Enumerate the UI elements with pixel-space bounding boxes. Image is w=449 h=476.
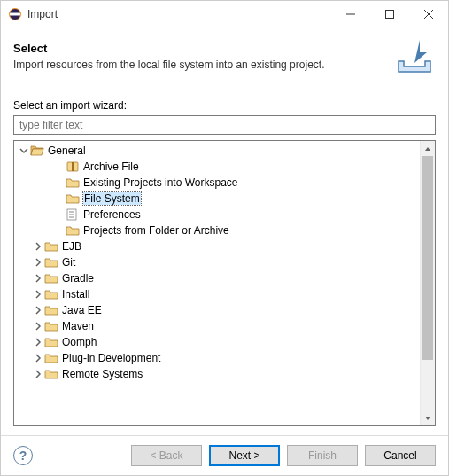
tree-container: General Archive File Existing Projects i… — [13, 140, 436, 426]
tree-node-gradle[interactable]: Gradle — [14, 270, 420, 286]
back-button[interactable]: < Back — [131, 445, 202, 466]
tree-label: Preferences — [83, 208, 141, 221]
tree-node-preferences[interactable]: Preferences — [14, 207, 420, 222]
tree-label: Plug-in Development — [62, 352, 160, 364]
scroll-down-icon[interactable] — [421, 410, 435, 425]
tree-node-existing-projects[interactable]: Existing Projects into Workspace — [14, 175, 420, 191]
cancel-button[interactable]: Cancel — [365, 445, 436, 466]
folder-icon — [44, 351, 58, 365]
content-area: Select an import wizard: General Archive… — [1, 90, 448, 435]
tree-label: EJB — [62, 240, 81, 253]
chevron-right-icon[interactable] — [32, 288, 44, 300]
folder-icon — [44, 255, 58, 269]
tree-node-ejb[interactable]: EJB — [14, 238, 420, 254]
chevron-right-icon[interactable] — [32, 240, 44, 253]
folder-icon — [66, 223, 80, 238]
tree-label: Remote Systems — [62, 368, 143, 380]
banner-description: Import resources from the local file sys… — [13, 59, 393, 71]
tree-label: File System — [83, 192, 141, 205]
button-bar: ? < Back Next > Finish Cancel — [1, 435, 448, 475]
folder-icon — [66, 176, 80, 190]
chevron-right-icon[interactable] — [32, 256, 44, 269]
tree-node-install[interactable]: Install — [14, 286, 420, 302]
folder-icon — [44, 239, 58, 254]
app-icon — [8, 7, 22, 21]
maximize-button[interactable] — [370, 1, 409, 27]
tree-label: Install — [62, 288, 89, 300]
folder-icon — [44, 367, 58, 381]
tree-label: Oomph — [62, 336, 97, 348]
tree-node-file-system[interactable]: File System — [14, 191, 420, 207]
banner: Select Import resources from the local f… — [1, 27, 448, 90]
archive-icon — [66, 160, 80, 174]
svg-rect-8 — [72, 162, 74, 171]
tree-label: Projects from Folder or Archive — [83, 224, 229, 237]
folder-icon — [44, 303, 58, 317]
chevron-right-icon[interactable] — [32, 272, 44, 285]
svg-rect-4 — [386, 11, 394, 19]
tree-label: Maven — [62, 320, 94, 332]
tree-node-maven[interactable]: Maven — [14, 318, 420, 334]
tree-node-remote-systems[interactable]: Remote Systems — [14, 366, 420, 382]
tree-node-javaee[interactable]: Java EE — [14, 302, 420, 318]
window-title: Import — [27, 8, 331, 20]
chevron-right-icon[interactable] — [32, 368, 44, 380]
chevron-down-icon[interactable] — [18, 144, 30, 157]
tree-node-general[interactable]: General — [14, 143, 420, 159]
folder-icon — [44, 335, 58, 349]
next-button[interactable]: Next > — [209, 445, 280, 466]
tree-label: Java EE — [62, 304, 102, 316]
chevron-right-icon[interactable] — [32, 352, 44, 364]
tree-node-projects-folder[interactable]: Projects from Folder or Archive — [14, 222, 420, 238]
scroll-up-icon[interactable] — [421, 141, 435, 156]
chevron-right-icon[interactable] — [32, 304, 44, 316]
folder-icon — [44, 287, 58, 301]
svg-rect-1 — [9, 13, 21, 16]
scroll-track[interactable] — [421, 156, 435, 410]
filter-input[interactable] — [13, 115, 436, 135]
preferences-icon — [66, 207, 80, 222]
tree-label: General — [48, 144, 86, 157]
help-icon[interactable]: ? — [13, 446, 33, 465]
finish-button[interactable]: Finish — [287, 445, 358, 466]
tree-node-archive-file[interactable]: Archive File — [14, 159, 420, 175]
folder-icon — [66, 191, 80, 206]
tree-label: Existing Projects into Workspace — [83, 176, 238, 189]
tree-label: Archive File — [83, 160, 139, 173]
folder-open-icon — [30, 144, 44, 158]
folder-icon — [44, 319, 58, 333]
tree-node-oomph[interactable]: Oomph — [14, 334, 420, 350]
import-wizard-tree[interactable]: General Archive File Existing Projects i… — [14, 141, 420, 425]
chevron-right-icon[interactable] — [32, 336, 44, 348]
minimize-button[interactable] — [331, 1, 370, 27]
titlebar: Import — [1, 1, 448, 27]
tree-label: Gradle — [62, 272, 94, 285]
tree-label: Git — [62, 256, 75, 269]
tree-node-plugin-dev[interactable]: Plug-in Development — [14, 350, 420, 366]
scrollbar[interactable] — [420, 141, 435, 425]
chevron-right-icon[interactable] — [32, 320, 44, 332]
banner-title: Select — [13, 42, 393, 55]
wizard-label: Select an import wizard: — [13, 99, 436, 112]
tree-node-git[interactable]: Git — [14, 254, 420, 270]
import-icon — [393, 35, 436, 77]
folder-icon — [44, 271, 58, 285]
scroll-thumb[interactable] — [422, 156, 433, 360]
close-button[interactable] — [409, 1, 448, 27]
